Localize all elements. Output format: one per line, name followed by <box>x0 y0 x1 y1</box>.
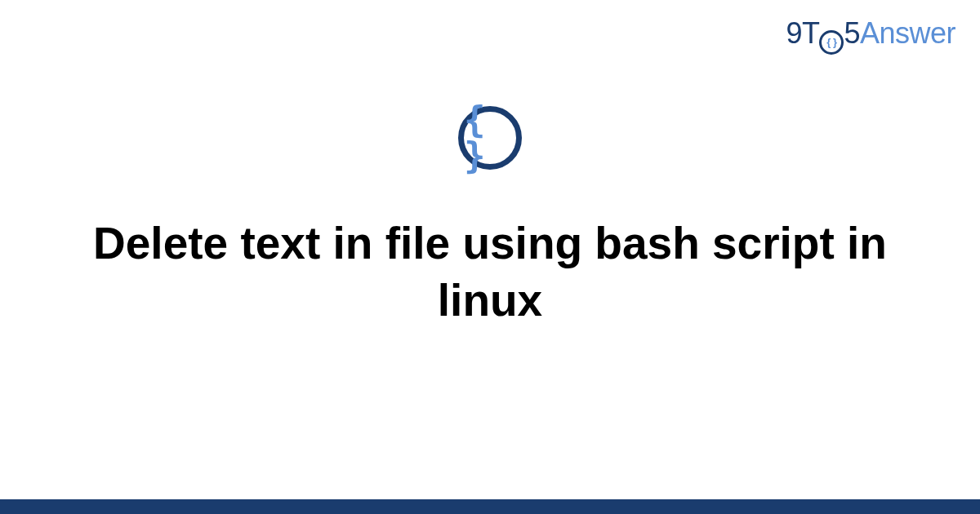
logo-ring-icon: { } <box>819 30 844 55</box>
braces-glyph-icon: { } <box>464 102 516 174</box>
page-title: Delete text in file using bash script in… <box>49 215 931 330</box>
main-content: { } Delete text in file using bash scrip… <box>0 106 980 330</box>
bottom-accent-bar <box>0 499 980 514</box>
logo-answer-text: Answer <box>860 16 956 50</box>
category-braces-icon: { } <box>458 106 522 170</box>
logo-o-icon: { } <box>819 16 844 52</box>
logo-letter-t: T <box>802 16 820 50</box>
logo-digit-five: 5 <box>844 16 860 50</box>
site-logo: 9T{ }5Answer <box>786 16 956 52</box>
logo-braces-small-icon: { } <box>826 37 836 47</box>
logo-digit-nine: 9 <box>786 16 802 50</box>
